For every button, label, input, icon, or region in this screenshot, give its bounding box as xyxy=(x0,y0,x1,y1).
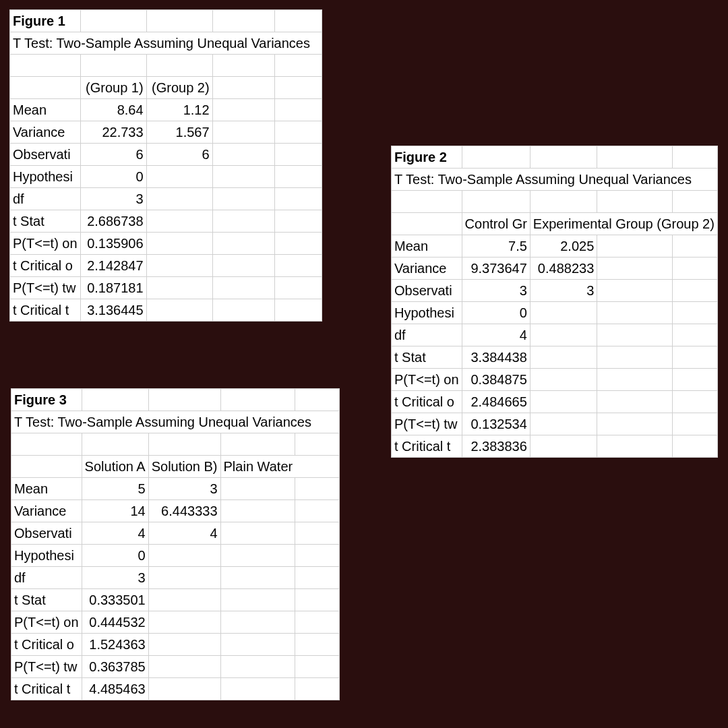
row-label: t Critical t xyxy=(10,299,81,322)
figure-1-table: Figure 1 T Test: Two-Sample Assuming Une… xyxy=(9,9,322,322)
cell: 0 xyxy=(80,166,146,188)
cell: 2.383836 xyxy=(462,435,530,458)
group-header-2: Experimental Group (Group 2) xyxy=(530,213,717,235)
table-row: Mean53 xyxy=(11,478,340,500)
table-row: df3 xyxy=(11,567,340,589)
cell: 1.567 xyxy=(146,121,212,144)
table-row: P(T<=t) on0.135906 xyxy=(10,233,322,255)
table-row: Mean8.641.12 xyxy=(10,99,322,121)
table-row: df4 xyxy=(392,324,718,346)
table-row xyxy=(392,191,718,213)
table-row: t Critical t2.383836 xyxy=(392,435,718,458)
row-label: Hypothesi xyxy=(11,545,82,567)
row-label: P(T<=t) tw xyxy=(11,656,82,678)
table-row: Observati33 xyxy=(392,280,718,302)
cell: 9.373647 xyxy=(462,257,530,280)
table-row: Figure 3 xyxy=(11,389,340,411)
row-label: P(T<=t) tw xyxy=(392,413,462,435)
group-header-1: (Group 1) xyxy=(80,77,146,99)
row-label: t Stat xyxy=(11,589,82,611)
row-label: P(T<=t) tw xyxy=(10,277,81,299)
row-label: P(T<=t) on xyxy=(392,369,462,391)
cell: 1.12 xyxy=(146,99,212,121)
group-header-1: Control Gr xyxy=(462,213,530,235)
table-row: P(T<=t) on0.444532 xyxy=(11,611,340,634)
table-row xyxy=(10,55,322,77)
table-row: t Stat2.686738 xyxy=(10,210,322,233)
cell: 3 xyxy=(148,478,220,500)
cell: 4 xyxy=(148,522,220,545)
row-label: Hypothesi xyxy=(10,166,81,188)
cell: 0.132534 xyxy=(462,413,530,435)
cell: 3 xyxy=(530,280,597,302)
table-row: P(T<=t) tw0.187181 xyxy=(10,277,322,299)
cell: 6.443333 xyxy=(148,500,220,522)
cell: 6 xyxy=(80,144,146,166)
cell: 0 xyxy=(82,545,148,567)
group-header-2: (Group 2) xyxy=(146,77,212,99)
table-row: t Critical o2.484665 xyxy=(392,391,718,413)
cell: 7.5 xyxy=(462,235,530,257)
row-label: Hypothesi xyxy=(392,302,462,324)
cell: 0.135906 xyxy=(80,233,146,255)
group-header-2: Solution B) xyxy=(148,456,220,478)
row-label: t Critical t xyxy=(392,435,462,458)
table-row: t Critical o1.524363 xyxy=(11,634,340,656)
table-row: (Group 1)(Group 2) xyxy=(10,77,322,99)
figure-title: Figure 2 xyxy=(392,146,462,169)
table-row: Figure 1 xyxy=(10,10,322,32)
row-label: Mean xyxy=(392,235,462,257)
cell: 4 xyxy=(82,522,148,545)
table-row: T Test: Two-Sample Assuming Unequal Vari… xyxy=(392,169,718,191)
cell: 0.488233 xyxy=(530,257,597,280)
cell: 1.524363 xyxy=(82,634,148,656)
row-label: P(T<=t) on xyxy=(11,611,82,634)
table-row: P(T<=t) tw0.363785 xyxy=(11,656,340,678)
row-label: t Critical t xyxy=(11,678,82,700)
cell: 3 xyxy=(462,280,530,302)
cell: 0.187181 xyxy=(80,277,146,299)
cell: 8.64 xyxy=(80,99,146,121)
cell: 3 xyxy=(82,567,148,589)
table-row: Hypothesi0 xyxy=(392,302,718,324)
cell: 0.333501 xyxy=(82,589,148,611)
row-label: df xyxy=(392,324,462,346)
row-label: t Critical o xyxy=(392,391,462,413)
cell: 3.136445 xyxy=(80,299,146,322)
table-row: t Stat0.333501 xyxy=(11,589,340,611)
table-row: Variance22.7331.567 xyxy=(10,121,322,144)
cell: 2.484665 xyxy=(462,391,530,413)
cell: 0 xyxy=(462,302,530,324)
table-row: df3 xyxy=(10,188,322,210)
group-header-3: Plain Water xyxy=(220,456,339,478)
cell: 4.485463 xyxy=(82,678,148,700)
row-label: Observati xyxy=(392,280,462,302)
row-label: df xyxy=(10,188,81,210)
test-title: T Test: Two-Sample Assuming Unequal Vari… xyxy=(10,32,322,55)
table-row: t Stat3.384438 xyxy=(392,346,718,369)
table-row xyxy=(11,433,340,456)
test-title: T Test: Two-Sample Assuming Unequal Vari… xyxy=(11,411,340,433)
test-title: T Test: Two-Sample Assuming Unequal Vari… xyxy=(392,169,718,191)
cell: 2.686738 xyxy=(80,210,146,233)
table-row: Control GrExperimental Group (Group 2) xyxy=(392,213,718,235)
cell: 5 xyxy=(82,478,148,500)
table-row: T Test: Two-Sample Assuming Unequal Vari… xyxy=(10,32,322,55)
row-label: Variance xyxy=(392,257,462,280)
table-row: Observati44 xyxy=(11,522,340,545)
table-row: T Test: Two-Sample Assuming Unequal Vari… xyxy=(11,411,340,433)
figure-3-table: Figure 3 T Test: Two-Sample Assuming Une… xyxy=(11,388,340,700)
cell: 4 xyxy=(462,324,530,346)
table-row: Variance146.443333 xyxy=(11,500,340,522)
table-row: P(T<=t) tw0.132534 xyxy=(392,413,718,435)
table-row: t Critical t4.485463 xyxy=(11,678,340,700)
cell: 14 xyxy=(82,500,148,522)
cell: 3 xyxy=(80,188,146,210)
figure-2-table: Figure 2 T Test: Two-Sample Assuming Une… xyxy=(391,146,718,458)
table-row: t Critical o2.142847 xyxy=(10,255,322,277)
group-header-1: Solution A xyxy=(82,456,148,478)
row-label: t Stat xyxy=(392,346,462,369)
row-label: Mean xyxy=(11,478,82,500)
table-row: Hypothesi0 xyxy=(11,545,340,567)
cell: 6 xyxy=(146,144,212,166)
